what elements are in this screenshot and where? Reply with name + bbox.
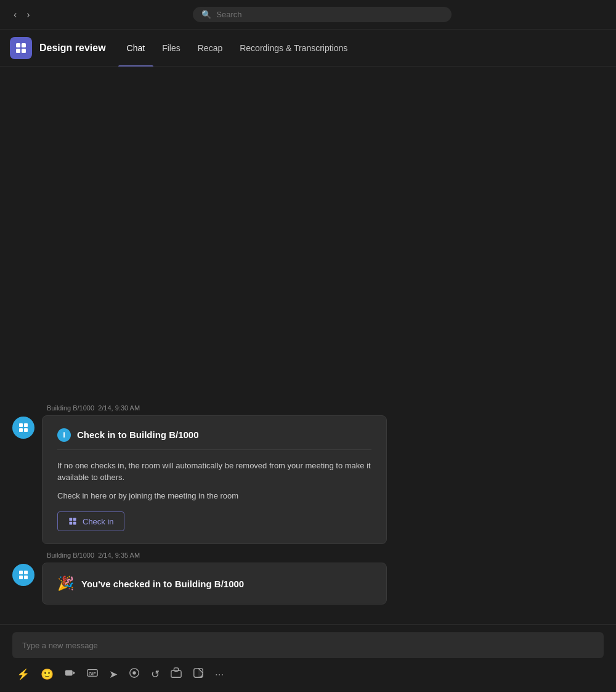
card-title: Check in to Building B/1000 <box>77 429 199 440</box>
gif-icon: GIF <box>87 667 98 682</box>
svg-rect-13 <box>24 571 28 574</box>
sender-name-1: Building B/1000 <box>47 404 94 412</box>
svg-rect-3 <box>22 49 26 53</box>
svg-rect-1 <box>22 43 26 47</box>
sticker-icon <box>193 667 204 682</box>
channel-icon <box>10 37 32 59</box>
svg-rect-22 <box>171 670 181 677</box>
tab-chat[interactable]: Chat <box>118 30 154 67</box>
chat-area: Building B/1000 2/14, 9:30 AM i Check in… <box>0 67 616 624</box>
forward-button[interactable]: › <box>23 7 33 23</box>
svg-rect-8 <box>69 518 72 521</box>
card-body: If no one checks in, the room will autom… <box>57 460 371 502</box>
checkin-label: Check in <box>83 517 114 526</box>
avatar-1 <box>12 417 34 439</box>
back-button[interactable]: ‹ <box>10 7 20 23</box>
card-title-row: i Check in to Building B/1000 <box>57 428 371 450</box>
loop-icon <box>129 667 140 682</box>
sender-name-2: Building B/1000 <box>47 552 94 559</box>
info-icon: i <box>57 428 71 442</box>
avatar-2 <box>12 564 34 586</box>
attach-button[interactable] <box>166 664 186 685</box>
message-group-2: Building B/1000 2/14, 9:35 AM 🎉 You've c… <box>0 552 616 604</box>
checkin-card: i Check in to Building B/1000 If no one … <box>42 415 387 545</box>
message-input-box[interactable] <box>12 632 604 658</box>
tab-recordings[interactable]: Recordings & Transcriptions <box>231 30 356 67</box>
svg-rect-11 <box>73 522 76 525</box>
card-body-text-2: Check in here or by joining the meeting … <box>57 490 371 502</box>
video-icon <box>65 667 76 682</box>
message-meta-2: Building B/1000 2/14, 9:35 AM <box>47 552 604 559</box>
message-group-1: Building B/1000 2/14, 9:30 AM i Check in… <box>0 404 616 545</box>
emoji-button[interactable]: 🙂 <box>36 665 58 684</box>
sticker-button[interactable] <box>188 664 208 685</box>
svg-rect-4 <box>19 423 23 427</box>
toolbar-row: ⚡ 🙂 GIF ➤ ↺ <box>12 661 604 691</box>
svg-rect-2 <box>16 49 20 53</box>
svg-rect-9 <box>73 518 76 521</box>
input-area: ⚡ 🙂 GIF ➤ ↺ <box>0 624 616 691</box>
format-button[interactable]: ⚡ <box>12 665 34 684</box>
tab-files[interactable]: Files <box>153 30 189 67</box>
video-button[interactable] <box>60 664 80 685</box>
send-icon: ➤ <box>109 668 118 681</box>
format-icon: ⚡ <box>17 668 30 681</box>
channel-header: Design review Chat Files Recap Recording… <box>0 30 616 67</box>
svg-rect-14 <box>19 576 23 579</box>
loop-button[interactable] <box>124 664 144 685</box>
more-icon: ··· <box>215 669 224 681</box>
svg-marker-17 <box>73 671 76 674</box>
checkin-button[interactable]: Check in <box>57 511 124 531</box>
tab-nav: Chat Files Recap Recordings & Transcript… <box>118 30 357 67</box>
nav-arrows: ‹ › <box>10 7 34 23</box>
timestamp-1: 2/14, 9:30 AM <box>98 404 140 412</box>
praise-icon: ↺ <box>151 668 160 681</box>
search-input[interactable] <box>216 10 443 19</box>
channel-title: Design review <box>39 43 106 54</box>
svg-rect-16 <box>65 670 73 676</box>
message-row-2: 🎉 You've checked in to Building B/1000 <box>12 563 604 604</box>
confirmed-card: 🎉 You've checked in to Building B/1000 <box>42 563 387 604</box>
svg-rect-0 <box>16 43 20 47</box>
confirmed-text: You've checked in to Building B/1000 <box>81 579 244 589</box>
refresh-button[interactable]: ↺ <box>147 665 164 684</box>
top-bar: ‹ › 🔍 <box>0 0 616 30</box>
message-meta-1: Building B/1000 2/14, 9:30 AM <box>47 404 604 412</box>
attach-icon <box>171 667 182 682</box>
svg-rect-15 <box>24 576 28 579</box>
gif-button[interactable]: GIF <box>83 664 102 685</box>
svg-rect-5 <box>24 423 28 427</box>
message-input[interactable] <box>22 641 594 650</box>
tab-recap[interactable]: Recap <box>189 30 231 67</box>
send-button[interactable]: ➤ <box>105 665 122 684</box>
more-button[interactable]: ··· <box>211 666 228 684</box>
svg-point-21 <box>132 671 136 674</box>
svg-rect-7 <box>24 428 28 432</box>
svg-rect-6 <box>19 428 23 432</box>
card-body-text-1: If no one checks in, the room will autom… <box>57 460 371 484</box>
timestamp-2: 2/14, 9:35 AM <box>98 552 140 559</box>
message-row-1: i Check in to Building B/1000 If no one … <box>12 415 604 545</box>
emoji-icon: 🙂 <box>41 668 54 681</box>
search-icon: 🔍 <box>201 10 211 19</box>
party-icon: 🎉 <box>57 576 74 592</box>
svg-rect-12 <box>19 571 23 574</box>
svg-rect-10 <box>69 522 72 525</box>
search-bar: 🔍 <box>193 7 452 22</box>
svg-text:GIF: GIF <box>89 671 97 677</box>
